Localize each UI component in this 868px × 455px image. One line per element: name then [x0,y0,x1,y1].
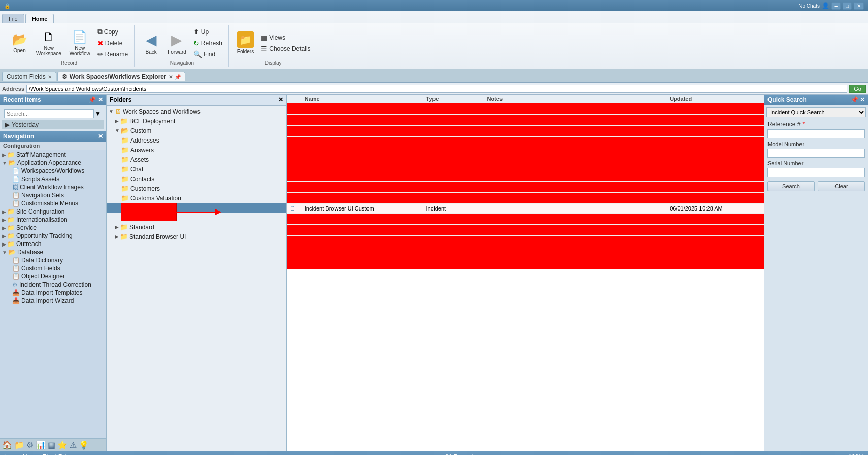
choose-details-button[interactable]: ☰ Choose Details [259,44,312,54]
table-row[interactable]: 20/11/2024 01:42 AM [287,193,764,204]
table-row[interactable]: 20/11/2024 01:42 AM [287,247,764,258]
folder-item-custom[interactable]: ▼ 📂 Custom [107,126,286,135]
folders-button[interactable]: 📁 Folders [234,29,257,56]
back-button[interactable]: ◀ Back [140,29,162,57]
nav-item-service[interactable]: ▶ 📁 Service [0,224,106,232]
tab-workflows-pin[interactable]: 📌 [175,74,181,80]
nav-item-outreach[interactable]: ▶ 📁 Outreach [0,240,106,248]
qs-clear-button[interactable]: Clear [818,181,865,191]
open-button[interactable]: 📂 Open [8,30,31,55]
folder-item-contacts[interactable]: 📁 Contacts [107,174,286,184]
folder-item-answers[interactable]: 📁 Answers [107,145,286,155]
recent-search-input[interactable] [4,109,94,118]
qs-reference-input[interactable] [767,129,865,138]
tab-custom-fields-close[interactable]: ✕ [48,74,52,80]
close-folders-icon[interactable]: ✕ [278,96,283,103]
table-row-incident[interactable]: 🗋 Incident Browser UI Custom Incident 06… [287,204,764,214]
go-button[interactable]: Go [849,85,866,93]
col-notes-header[interactable]: Notes [484,95,666,103]
table-row[interactable]: 20/11/2024 01:42 AM [287,214,764,225]
table-row[interactable]: 20/11/2024 01:42 AM [287,225,764,236]
maximize-button[interactable]: □ [843,2,852,10]
alert-nav-btn[interactable]: ⚠ [70,440,77,450]
table-nav-btn[interactable]: 📊 [36,440,46,450]
star-nav-btn[interactable]: ⭐ [57,440,68,450]
forward-button[interactable]: ▶ Forward [164,29,189,57]
close-nav-icon[interactable]: ✕ [98,133,103,140]
nav-item-object-designer[interactable]: 📋 Object Designer [0,272,106,281]
folder-nav-btn[interactable]: 📁 [14,440,24,450]
nav-item-internationalisation[interactable]: ▶ 📁 Internationalisation [0,216,106,224]
yesterday-header[interactable]: ▶ Yesterday [2,120,104,129]
home-nav-btn[interactable]: 🏠 [2,440,12,450]
pin-icon[interactable]: 📌 [88,96,96,103]
table-row[interactable]: 06/01/2025 11:28 AM [287,159,764,170]
nav-item-data-import-wizard[interactable]: 📥 Data Import Wizard [0,297,106,305]
table-row[interactable]: 06/01/2025 11:02 AM [287,103,764,115]
table-row[interactable]: 20/11/2024 01:42 AM [287,258,764,269]
address-input[interactable] [26,85,847,93]
nav-item-database[interactable]: ▼ 📂 Database [0,248,106,256]
delete-button[interactable]: ✖ Delete [95,38,130,48]
find-button[interactable]: 🔍 Find [191,49,224,59]
settings-nav-btn[interactable]: ⚙ [26,440,34,450]
quick-search-type-select[interactable]: Incident Quick Search [766,107,866,117]
content-scroll-area[interactable]: Name Type Notes Updated 06/01/2025 11:02… [287,95,764,451]
nav-item-incident-thread[interactable]: ⚙ Incident Thread Correction [0,281,106,289]
tab-custom-fields[interactable]: Custom Fields ✕ [2,72,56,81]
close-recent-icon[interactable]: ✕ [98,96,103,103]
table-row[interactable]: 20/11/2024 01:42 AM [287,115,764,126]
nav-item-site-config[interactable]: ▶ 📁 Site Configuration [0,207,106,216]
tab-file[interactable]: File [2,14,24,23]
folder-item-customs-valuation[interactable]: 📁 Customs Valuation [107,193,286,203]
close-qs-icon[interactable]: ✕ [860,96,865,103]
nav-item-navigation-sets[interactable]: 📋 Navigation Sets [0,191,106,199]
recent-items-controls[interactable]: 📌 ✕ [88,96,103,103]
close-button[interactable]: ✕ [854,2,864,10]
folder-item-bcl[interactable]: ▶ 📁 BCL Deployment [107,116,286,126]
new-workspace-button[interactable]: 🗋 NewWorkspace [33,28,64,58]
col-name-header[interactable]: Name [302,95,423,103]
copy-button[interactable]: ⧉ Copy [95,26,130,37]
folder-item-workspaces-root[interactable]: ▼ 🖥 Work Spaces and Workflows [107,107,286,116]
col-type-header[interactable]: Type [423,95,484,103]
nav-item-data-dictionary[interactable]: 📋 Data Dictionary [0,256,106,264]
tab-home[interactable]: Home [25,14,54,23]
qs-search-button[interactable]: Search [767,181,815,191]
table-row[interactable]: 20/11/2024 01:42 AM [287,236,764,247]
new-workflow-button[interactable]: 📄 NewWorkflow [66,28,93,58]
tab-workflows-close[interactable]: ✕ [169,74,173,80]
nav-item-app-appearance[interactable]: ▼ 📂 Application Appearance [0,159,106,167]
nav-item-staff-management[interactable]: ▶ 📁 Staff Management [0,151,106,159]
folder-item-addresses[interactable]: 📁 Addresses [107,135,286,145]
recent-search-arrow[interactable]: ▼ [94,109,102,118]
nav-item-scripts-assets[interactable]: 📄 Scripts Assets [0,175,106,183]
table-row[interactable]: 20/11/2024 01:42 AM [287,126,764,137]
nav-item-opportunity-tracking[interactable]: ▶ 📁 Opportunity Tracking [0,232,106,240]
table-row[interactable]: 06/01/2025 11:30 AM [287,170,764,182]
qs-model-input[interactable] [767,149,865,158]
rename-button[interactable]: ✏ Rename [95,49,130,59]
nav-item-client-workflow-images[interactable]: 🖼 Client Workflow Images [0,183,106,191]
folder-item-assets[interactable]: 📁 Assets [107,155,286,164]
table-row[interactable]: 20/11/2024 01:42 AM [287,182,764,193]
grid-nav-btn[interactable]: ▦ [48,440,55,450]
tab-workflows-explorer[interactable]: ⚙ Work Spaces/Workflows Explorer ✕ 📌 [57,72,185,81]
nav-item-data-import-templates[interactable]: 📥 Data Import Templates [0,289,106,297]
col-updated-header[interactable]: Updated [666,95,764,103]
qs-serial-input[interactable] [767,168,865,177]
up-button[interactable]: ⬆ Up [191,27,224,37]
nav-item-customisable-menus[interactable]: 📋 Customisable Menus [0,199,106,207]
views-button[interactable]: ▦ Views [259,32,312,43]
table-row[interactable]: 20/11/2024 01:42 AM [287,148,764,159]
folder-item-chat[interactable]: 📁 Chat [107,164,286,174]
minimize-button[interactable]: ‒ [831,2,841,10]
bulb-nav-btn[interactable]: 💡 [79,440,89,450]
refresh-button[interactable]: ↻ Refresh [191,38,224,48]
pin-qs-icon[interactable]: 📌 [851,96,858,103]
nav-item-workspaces[interactable]: 📄 Workspaces/Workflows [0,167,106,175]
folder-item-customers[interactable]: 📁 Customers [107,184,286,193]
nav-item-custom-fields[interactable]: 📋 Custom Fields [0,264,106,272]
folder-item-standard-browser-ui[interactable]: ▶ 📁 Standard Browser UI [107,232,286,241]
table-row[interactable]: 20/11/2024 01:42 AM [287,137,764,148]
